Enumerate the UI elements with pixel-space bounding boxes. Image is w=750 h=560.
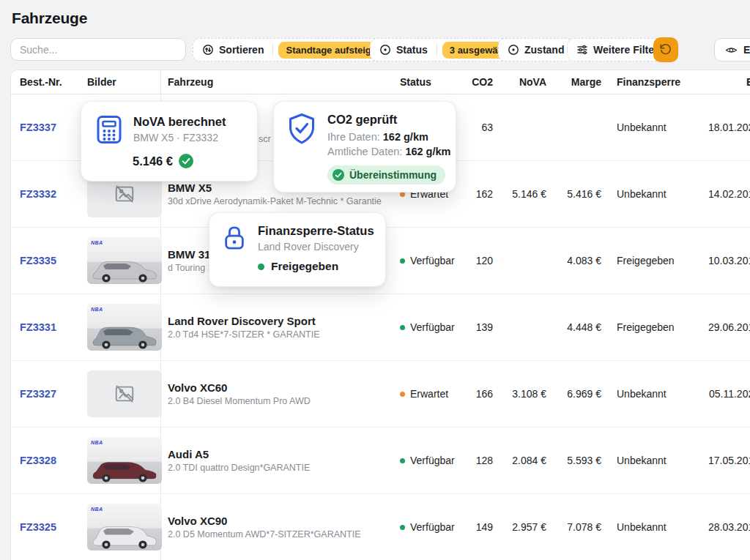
car-photo-placeholder <box>89 456 160 482</box>
vehicle-photo[interactable]: NBA <box>87 237 162 284</box>
status-dot <box>400 525 405 530</box>
calculator-icon <box>96 115 122 144</box>
finanzsperre-value: Unbekannt <box>601 388 692 400</box>
car-photo-placeholder <box>89 523 160 549</box>
header-ez[interactable]: EZ <box>692 76 750 88</box>
reset-filters-button[interactable] <box>653 37 678 62</box>
status-dot <box>400 392 405 397</box>
header-marge[interactable]: Marge <box>546 76 601 88</box>
status-text: Verfügbar <box>410 321 455 333</box>
car-photo-placeholder <box>89 323 160 349</box>
status-filter-icon <box>379 44 391 56</box>
marge-value: 4.448 € <box>546 321 601 333</box>
image-off-icon <box>114 183 135 205</box>
vehicle-id-link[interactable]: FZ3332 <box>20 188 56 200</box>
table-row[interactable]: FZ3328 NBA Audi A5 2.0 TDI quattro Desig… <box>11 428 750 494</box>
finanzsperre-value: Unbekannt <box>601 122 692 133</box>
vehicle-title: Volvo XC90 <box>168 515 386 527</box>
shield-check-icon <box>287 113 316 145</box>
marge-value: 6.969 € <box>546 388 601 400</box>
ez-date: 18.01.2021 <box>692 122 750 133</box>
nova-amount: 5.146 € <box>133 154 173 168</box>
ez-date: 29.06.2017 <box>692 321 750 333</box>
dealer-logo: NBA <box>91 440 103 445</box>
filters-sliders-icon <box>576 44 588 56</box>
lock-icon <box>222 224 247 252</box>
zustand-filter-button[interactable]: Zustand <box>498 38 573 61</box>
status-text: Erwartet <box>410 388 448 400</box>
vehicle-subtitle-fragment: scr <box>259 134 271 144</box>
co2-value: 63 <box>459 122 493 133</box>
divider <box>272 43 273 56</box>
co2-value: 149 <box>459 521 493 533</box>
ez-date: 28.03.2017 <box>692 521 750 533</box>
sort-icon <box>202 44 214 56</box>
vehicle-id-link[interactable]: FZ3337 <box>20 122 56 133</box>
co2-value: 166 <box>459 388 493 400</box>
vehicle-id-link[interactable]: FZ3327 <box>20 388 56 400</box>
vehicle-subtitle: 2.0 TDI quattro Design*GARANTIE <box>168 463 386 473</box>
vehicle-photo[interactable]: NBA <box>87 504 162 550</box>
nova-popover-subtitle: BMW X5 · FZ3332 <box>133 132 226 143</box>
header-finanzsperre[interactable]: Finanzsperre <box>601 76 692 88</box>
co2-value: 139 <box>459 321 493 333</box>
dealer-logo: NBA <box>91 240 103 245</box>
rotate-ccw-icon <box>659 43 672 56</box>
nova-popover-title: NoVA berechnet <box>133 115 226 129</box>
marge-value: 4.083 € <box>546 255 601 266</box>
marge-value: 5.593 € <box>546 455 601 466</box>
eye-icon <box>725 44 738 56</box>
vehicle-id-link[interactable]: FZ3328 <box>20 455 56 466</box>
co2-value: 128 <box>459 455 493 466</box>
more-filters-label: Weitere Filter <box>593 44 658 56</box>
sort-label: Sortieren <box>219 44 264 56</box>
vehicle-photo[interactable]: NBA <box>87 304 162 351</box>
header-bilder[interactable]: Bilder <box>77 76 160 88</box>
vehicle-subtitle: 2.0 B4 Diesel Momentum Pro AWD <box>168 396 386 406</box>
finanzsperre-value: Freigegeben <box>601 255 692 266</box>
no-image-placeholder[interactable] <box>87 370 162 417</box>
header-co2[interactable]: CO2 <box>459 76 493 88</box>
nova-value: 2.084 € <box>493 455 546 466</box>
finanzsperre-value: Unbekannt <box>601 188 692 200</box>
ez-date: 17.05.2018 <box>692 455 750 466</box>
status-text: Verfügbar <box>410 255 455 266</box>
more-filters-button[interactable]: Weitere Filter <box>567 38 667 61</box>
header-best-nr[interactable]: Best.-Nr. <box>11 76 77 88</box>
header-fahrzeug[interactable]: Fahrzeug <box>160 76 392 88</box>
ez-date: 05.11.2021 <box>692 388 750 400</box>
table-header: Best.-Nr. Bilder Fahrzeug Status CO2 NoV… <box>11 70 750 94</box>
vehicle-subtitle: 2.0 Td4 HSE*7-SITZER * GARANTIE <box>168 329 386 340</box>
vehicle-photo[interactable]: NBA <box>87 437 162 484</box>
eigenschaften-button[interactable]: Eig <box>714 38 750 61</box>
nova-value: 2.957 € <box>493 521 546 533</box>
co2-value: 120 <box>459 255 493 266</box>
marge-value: 5.416 € <box>546 188 601 200</box>
search-input[interactable] <box>10 38 186 61</box>
nova-popover: NoVA berechnet BMW X5 · FZ3332 5.146 € <box>81 101 258 182</box>
header-nova[interactable]: NoVA <box>493 76 546 88</box>
vehicle-id-link[interactable]: FZ3335 <box>20 255 56 266</box>
page-title: Fahrzeuge <box>12 10 87 27</box>
dealer-logo: NBA <box>91 307 103 312</box>
finanzsperre-status-text: Freigegeben <box>271 260 338 273</box>
nova-value: 5.146 € <box>493 188 546 200</box>
vehicle-id-link[interactable]: FZ3331 <box>20 321 56 333</box>
table-row[interactable]: FZ3331 NBA Land Rover Discovery Sport 2.… <box>11 294 750 361</box>
status-text: Verfügbar <box>410 521 455 533</box>
nova-value: 3.108 € <box>493 388 546 400</box>
ez-date: 10.03.2016 <box>692 255 750 266</box>
image-off-icon <box>114 383 135 405</box>
vehicle-id-link[interactable]: FZ3325 <box>20 521 56 533</box>
status-text: Verfügbar <box>410 455 455 466</box>
header-status[interactable]: Status <box>392 76 459 88</box>
table-row[interactable]: FZ3325 NBA Volvo XC90 2.0 D5 Momentum AW… <box>11 494 750 560</box>
finanzsperre-value: Freigegeben <box>601 321 692 333</box>
co2-value: 162 <box>459 188 493 200</box>
zustand-filter-icon <box>508 44 519 56</box>
status-dot <box>400 258 405 264</box>
table-row[interactable]: FZ3327 Volvo XC60 2.0 B4 Diesel Momentum… <box>11 361 750 428</box>
eigenschaften-label: Eig <box>743 44 750 56</box>
sort-button[interactable]: Sortieren Standtage aufsteigend <box>193 38 400 61</box>
fahrzeuge-page: Fahrzeuge Sortieren Standtage aufsteigen… <box>0 0 750 560</box>
